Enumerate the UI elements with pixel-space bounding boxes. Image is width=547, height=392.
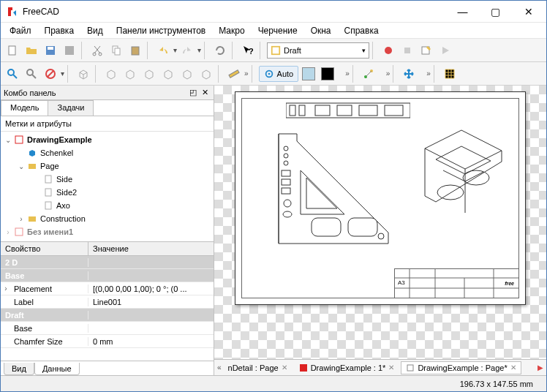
tab-close-icon[interactable]: ✕ xyxy=(510,363,516,372)
tab-tasks[interactable]: Задачи xyxy=(48,100,94,116)
page-icon xyxy=(43,200,53,211)
whatsthis-button[interactable]: ? xyxy=(239,42,257,59)
prop-key[interactable]: Placement xyxy=(1,284,88,293)
new-button[interactable] xyxy=(4,42,21,59)
view-right-button[interactable] xyxy=(140,65,158,83)
svg-rect-30 xyxy=(290,105,295,116)
menu-windows[interactable]: Окна xyxy=(305,24,337,37)
tab-close-icon[interactable]: ✕ xyxy=(282,363,287,372)
svg-rect-26 xyxy=(45,202,51,209)
doc-tab[interactable]: nDetail : Page✕ xyxy=(223,361,293,374)
prop-val[interactable]: 0 mm xyxy=(88,337,214,346)
property-grid[interactable]: 2 D Base ›Placement[(0,00 0,00 1,00); 0 … xyxy=(1,256,214,361)
minimize-button[interactable]: — xyxy=(446,1,479,22)
macro-record-button[interactable] xyxy=(380,42,397,59)
measure-button[interactable] xyxy=(225,65,243,83)
svg-rect-43 xyxy=(282,188,290,194)
prop-key[interactable]: Label xyxy=(1,298,88,306)
macro-run-button[interactable] xyxy=(437,42,454,59)
svg-point-44 xyxy=(284,200,291,207)
tree-item[interactable]: Без имени1 xyxy=(26,227,73,236)
redo-dropdown[interactable]: ▾ xyxy=(197,46,201,54)
view-left-button[interactable] xyxy=(197,65,215,83)
expander-icon[interactable]: ⌄ xyxy=(17,162,26,170)
menu-edit[interactable]: Правка xyxy=(39,24,80,37)
menu-help[interactable]: Справка xyxy=(339,24,385,37)
toolbar-overflow4-icon[interactable]: » xyxy=(426,69,431,78)
color-face-button[interactable] xyxy=(300,65,317,83)
svg-rect-2 xyxy=(48,47,53,50)
redo-button[interactable] xyxy=(178,42,196,59)
tab-data[interactable]: Данные xyxy=(34,363,80,375)
paste-button[interactable] xyxy=(127,42,144,59)
cut-button[interactable] xyxy=(88,42,106,59)
tree-item[interactable]: Axo xyxy=(55,201,70,210)
grid-button[interactable] xyxy=(441,65,459,83)
property-header: Свойство Значение xyxy=(1,241,214,256)
doc-tab-active[interactable]: DrawingExample : Page*✕ xyxy=(401,361,521,374)
undo-dropdown[interactable]: ▾ xyxy=(173,46,177,54)
panel-close-button[interactable]: ✕ xyxy=(199,88,211,97)
refresh-button[interactable] xyxy=(211,42,229,59)
tree-item[interactable]: Page xyxy=(39,162,59,170)
prop-key[interactable]: Chamfer Size xyxy=(1,337,88,346)
tree-item[interactable]: Construction xyxy=(39,214,86,223)
maximize-button[interactable]: ▢ xyxy=(479,1,512,22)
tabs-scroll-left-icon[interactable]: « xyxy=(217,363,222,372)
prop-key[interactable]: Base xyxy=(1,324,88,333)
snap-endpoint-button[interactable] xyxy=(360,65,377,83)
svg-rect-56 xyxy=(407,365,413,371)
menu-toolbars[interactable]: Панели инструментов xyxy=(110,24,211,37)
close-button[interactable]: ✕ xyxy=(512,1,545,22)
tabs-scroll-right-icon[interactable]: ▶ xyxy=(537,363,543,372)
tree-item[interactable]: Schenkel xyxy=(39,148,73,157)
view-top-button[interactable] xyxy=(121,65,139,83)
menu-macro[interactable]: Макро xyxy=(213,24,250,37)
expander-icon[interactable]: ⌄ xyxy=(4,136,12,144)
macro-stop-button[interactable] xyxy=(399,42,416,59)
titlebar: FreeCAD — ▢ ✕ xyxy=(1,1,546,23)
draw-style-button[interactable] xyxy=(42,65,59,83)
tree-view[interactable]: ⌄DrawingExample Schenkel ⌄Page Side Side… xyxy=(1,132,214,241)
svg-rect-17 xyxy=(229,69,239,77)
expander-icon[interactable]: › xyxy=(17,215,26,223)
view-bottom-button[interactable] xyxy=(178,65,196,83)
saveas-button[interactable] xyxy=(61,42,78,59)
toolbar-overflow-icon[interactable]: » xyxy=(244,69,249,78)
view-front-button[interactable] xyxy=(102,65,120,83)
tree-item[interactable]: Side2 xyxy=(55,188,77,197)
zoom-selection-button[interactable] xyxy=(23,65,40,83)
move-button[interactable] xyxy=(400,65,418,83)
open-button[interactable] xyxy=(23,42,40,59)
title-block: A3 free xyxy=(394,268,518,298)
tree-item-root[interactable]: DrawingExample xyxy=(26,135,92,144)
tab-model[interactable]: Модель xyxy=(1,100,48,116)
svg-point-19 xyxy=(268,72,270,75)
prop-val[interactable]: Line001 xyxy=(88,298,214,306)
save-button[interactable] xyxy=(42,42,59,59)
auto-button[interactable]: Auto xyxy=(259,66,299,82)
tab-view[interactable]: Вид xyxy=(4,363,34,375)
panel-float-button[interactable]: ◰ xyxy=(187,88,199,97)
drawing-canvas[interactable]: A3 free xyxy=(214,86,546,375)
prop-val[interactable]: [(0,00 0,00 1,00); 0 °; (0 ... xyxy=(88,284,214,293)
status-coords: 196.73 x 147.55 mm xyxy=(460,380,533,388)
view-rear-button[interactable] xyxy=(159,65,177,83)
menu-drafting[interactable]: Черчение xyxy=(252,24,303,37)
zoom-fit-button[interactable] xyxy=(4,65,21,83)
doc-tab[interactable]: DrawingExample : 1*✕ xyxy=(294,361,400,374)
tree-item[interactable]: Side xyxy=(55,175,72,184)
toolbar-overflow2-icon[interactable]: » xyxy=(345,69,350,78)
menu-file[interactable]: Файл xyxy=(4,24,37,37)
macro-edit-button[interactable] xyxy=(418,42,435,59)
toolbar-overflow3-icon[interactable]: » xyxy=(386,69,391,78)
copy-button[interactable] xyxy=(107,42,125,59)
svg-rect-33 xyxy=(337,105,352,116)
workbench-selector[interactable]: Draft ▾ xyxy=(267,42,369,59)
view-iso-button[interactable] xyxy=(75,65,92,83)
menu-view[interactable]: Вид xyxy=(81,24,109,37)
tab-close-icon[interactable]: ✕ xyxy=(388,363,394,372)
page-icon xyxy=(43,187,53,197)
color-line-button[interactable] xyxy=(319,65,336,83)
undo-button[interactable] xyxy=(154,42,172,59)
